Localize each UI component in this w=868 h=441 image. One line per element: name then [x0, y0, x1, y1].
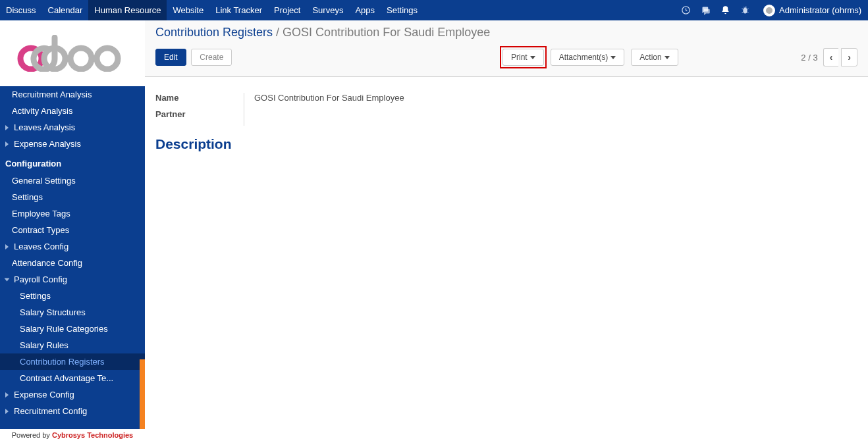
- pager-buttons: ‹ ›: [823, 48, 857, 66]
- caret-icon: [5, 125, 9, 130]
- top-navbar: Discuss Calendar Human Resource Website …: [0, 0, 868, 20]
- powered-company[interactable]: Cybrosys Technologies: [52, 431, 133, 439]
- cp-center: Print Attachment(s) Action: [355, 46, 678, 68]
- sidebar-item-label: Salary Rule Categories: [20, 324, 108, 334]
- caret-icon: [5, 409, 9, 414]
- sidebar-item-label: General Settings: [12, 176, 76, 186]
- nav-human-resource[interactable]: Human Resource: [88, 0, 167, 20]
- bell-icon[interactable]: [720, 5, 730, 16]
- caret-icon: [5, 392, 9, 398]
- breadcrumb-sep: /: [273, 26, 283, 39]
- field-label-partner: Partner: [155, 109, 254, 119]
- sidebar-item-label: Recruitment Analysis: [12, 90, 92, 99]
- nav-link-tracker[interactable]: Link Tracker: [209, 0, 268, 20]
- sidebar-item-payroll-settings[interactable]: Settings: [0, 288, 145, 304]
- caret-icon: [5, 142, 9, 147]
- chevron-left-icon: ‹: [830, 52, 833, 63]
- pager-prev-button[interactable]: ‹: [823, 48, 839, 66]
- sidebar-item-contribution-registers[interactable]: Contribution Registers: [0, 353, 145, 370]
- create-button[interactable]: Create: [191, 49, 232, 66]
- sidebar-item-label: Contract Advantage Te...: [20, 373, 113, 383]
- sidebar-item-label: Salary Structures: [20, 307, 86, 317]
- powered-label: Powered by: [12, 431, 52, 439]
- logo[interactable]: [0, 20, 145, 86]
- nav-discuss[interactable]: Discuss: [0, 0, 42, 20]
- sidebar-item-recruitment-analysis[interactable]: Recruitment Analysis: [0, 86, 145, 103]
- sidebar-item-salary-rule-categories[interactable]: Salary Rule Categories: [0, 321, 145, 337]
- clock-icon[interactable]: [680, 5, 691, 16]
- sidebar-item-label: Settings: [12, 192, 43, 202]
- sidebar-item-label: Contract Types: [12, 225, 69, 235]
- field-value-name: GOSI Contribution For Saudi Employee: [254, 93, 404, 103]
- sidebar-item-label: Recruitment Config: [14, 406, 87, 416]
- print-button[interactable]: Print: [502, 49, 544, 66]
- sidebar-item-label: Employee Tags: [12, 209, 70, 219]
- caret-icon: [5, 278, 10, 281]
- sidebar-item-activity-analysis[interactable]: Activity Analysis: [0, 103, 145, 119]
- sidebar-item-salary-rules[interactable]: Salary Rules: [0, 337, 145, 353]
- sidebar-item-recruitment-config[interactable]: Recruitment Config: [0, 403, 145, 419]
- avatar-icon: [763, 5, 775, 16]
- sidebar-item-salary-structures[interactable]: Salary Structures: [0, 304, 145, 321]
- pager-text[interactable]: 2 / 3: [801, 53, 817, 63]
- nav-project[interactable]: Project: [268, 0, 306, 20]
- sidebar-item-attendance-config[interactable]: Attendance Config: [0, 255, 145, 271]
- svg-point-5: [97, 48, 118, 69]
- svg-point-4: [70, 48, 92, 69]
- user-menu[interactable]: Administrator (ohrms): [757, 0, 868, 20]
- attachments-label: Attachment(s): [559, 53, 609, 62]
- sidebar-item-label: Attendance Config: [12, 258, 82, 268]
- edit-button[interactable]: Edit: [155, 49, 186, 66]
- nav-apps[interactable]: Apps: [349, 0, 381, 20]
- caret-icon: [5, 244, 9, 249]
- nav-surveys[interactable]: Surveys: [306, 0, 349, 20]
- nav-calendar[interactable]: Calendar: [42, 0, 89, 20]
- sidebar-item-label: Settings: [20, 291, 51, 301]
- nav-menu: Discuss Calendar Human Resource Website …: [0, 0, 423, 20]
- sidebar: Recruitment Analysis Activity Analysis L…: [0, 20, 145, 441]
- sidebar-item-label: Salary Rules: [20, 340, 68, 350]
- sidebar-item-label: Leaves Config: [14, 242, 68, 251]
- sidebar-item-contract-types[interactable]: Contract Types: [0, 222, 145, 238]
- sidebar-item-label: Expense Config: [14, 390, 74, 400]
- cp-right: 2 / 3 ‹ ›: [801, 48, 857, 66]
- pager-next-button[interactable]: ›: [841, 48, 857, 66]
- svg-point-1: [743, 8, 747, 14]
- chat-icon[interactable]: [700, 5, 711, 16]
- attachments-button[interactable]: Attachment(s): [551, 49, 625, 66]
- sidebar-item-leaves-analysis[interactable]: Leaves Analysis: [0, 119, 145, 136]
- content-area: Contribution Registers / GOSI Contributi…: [145, 20, 868, 441]
- breadcrumb: Contribution Registers / GOSI Contributi…: [155, 26, 857, 39]
- caret-down-icon: [530, 56, 535, 59]
- nav-website[interactable]: Website: [167, 0, 209, 20]
- sidebar-item-settings[interactable]: Settings: [0, 189, 145, 205]
- user-label: Administrator (ohrms): [779, 5, 861, 15]
- sidebar-item-label: Payroll Config: [14, 274, 67, 284]
- action-label: Action: [639, 53, 661, 62]
- sidebar-item-contract-advantage[interactable]: Contract Advantage Te...: [0, 370, 145, 386]
- sidebar-item-payroll-config[interactable]: Payroll Config: [0, 271, 145, 288]
- sidebar-item-expense-analysis[interactable]: Expense Analysis: [0, 136, 145, 152]
- breadcrumb-root[interactable]: Contribution Registers: [155, 26, 273, 39]
- control-panel: Contribution Registers / GOSI Contributi…: [145, 20, 868, 77]
- print-label: Print: [511, 53, 528, 62]
- caret-down-icon: [665, 56, 670, 59]
- field-divider: [244, 93, 244, 126]
- bug-icon[interactable]: [740, 5, 750, 16]
- action-button[interactable]: Action: [631, 49, 678, 66]
- print-highlight-box: Print: [500, 46, 547, 68]
- sidebar-item-label: Leaves Analysis: [14, 122, 75, 132]
- sidebar-item-employee-tags[interactable]: Employee Tags: [0, 205, 145, 222]
- navbar-icons: [674, 0, 757, 20]
- powered-by: Powered by Cybrosys Technologies: [0, 429, 145, 441]
- caret-down-icon: [610, 56, 616, 59]
- breadcrumb-current: GOSI Contribution For Saudi Employee: [283, 26, 490, 39]
- nav-settings[interactable]: Settings: [381, 0, 423, 20]
- form-sheet: Name GOSI Contribution For Saudi Employe…: [145, 77, 868, 168]
- sidebar-item-label: Activity Analysis: [12, 106, 72, 116]
- sidebar-item-general-settings[interactable]: General Settings: [0, 172, 145, 189]
- sidebar-item-expense-config[interactable]: Expense Config: [0, 386, 145, 403]
- sidebar-item-leaves-config[interactable]: Leaves Config: [0, 238, 145, 255]
- field-label-name: Name: [155, 93, 254, 103]
- sidebar-item-label: Expense Analysis: [14, 139, 81, 149]
